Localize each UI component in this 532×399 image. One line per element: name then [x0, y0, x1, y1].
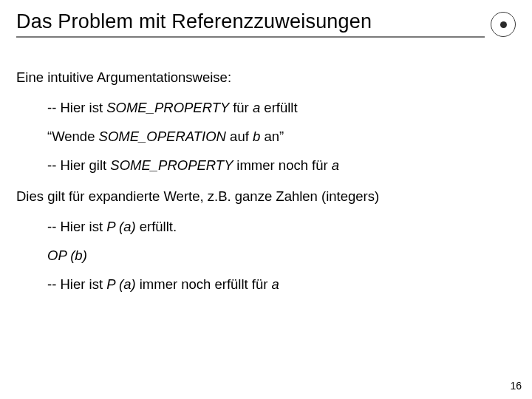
text: -- Hier ist: [47, 219, 106, 234]
text-italic: P (a): [106, 276, 140, 292]
chair-logo-icon: [491, 12, 516, 37]
text-italic: a: [253, 100, 264, 115]
line-4: -- Hier ist P (a) erfüllt.: [16, 218, 516, 235]
text-italic: b: [253, 129, 264, 144]
text: immer noch erfüllt für: [140, 276, 272, 292]
text: -- Hier gilt: [47, 157, 110, 173]
text: -- Hier ist: [47, 100, 106, 115]
line-5: OP (b): [16, 247, 516, 264]
line-1: -- Hier ist SOME_PROPERTY für a erfüllt: [16, 99, 516, 116]
line-2: “Wende SOME_OPERATION auf b an”: [16, 128, 516, 145]
text: an”: [264, 129, 284, 144]
text-italic: SOME_OPERATION: [99, 129, 231, 144]
text: “Wende: [47, 129, 99, 144]
title-row: Das Problem mit Referenzzuweisungen: [16, 10, 516, 38]
title-underline: [16, 36, 485, 38]
page-title: Das Problem mit Referenzzuweisungen: [16, 10, 485, 33]
text: erfüllt: [264, 100, 297, 115]
line-3: -- Hier gilt SOME_PROPERTY immer noch fü…: [16, 157, 516, 174]
text-italic: a: [272, 276, 279, 292]
text: auf: [230, 129, 253, 144]
bridge-line: Dies gilt für expandierte Werte, z.B. ga…: [16, 188, 516, 205]
text: -- Hier ist: [47, 276, 106, 292]
slide: Das Problem mit Referenzzuweisungen Eine…: [0, 0, 532, 399]
text: für: [233, 100, 253, 115]
text: immer noch für: [236, 157, 332, 173]
content: Eine intuitive Argumentationsweise: -- H…: [16, 69, 516, 293]
text-italic: a: [332, 157, 339, 173]
page-number: 16: [510, 380, 522, 392]
text-italic: P (a): [106, 219, 140, 234]
intro-line: Eine intuitive Argumentationsweise:: [16, 69, 516, 86]
logo-dot-icon: [500, 21, 507, 28]
line-6: -- Hier ist P (a) immer noch erfüllt für…: [16, 276, 516, 293]
title-block: Das Problem mit Referenzzuweisungen: [16, 10, 485, 38]
text: erfüllt.: [140, 219, 177, 234]
text-italic: SOME_PROPERTY: [106, 100, 233, 115]
text-italic: SOME_PROPERTY: [110, 157, 236, 173]
